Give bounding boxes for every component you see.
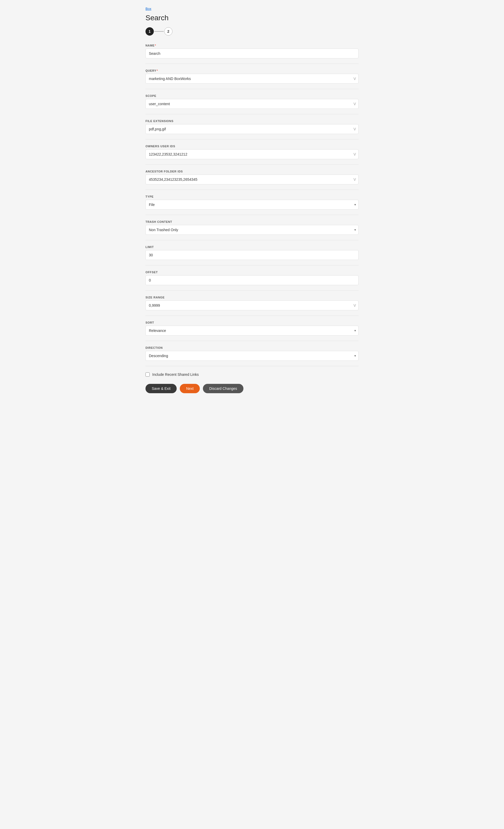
size-range-section: SIZE RANGE V [145,296,359,310]
include-recent-shared-links-checkbox[interactable] [145,372,150,376]
query-input-wrapper: V [145,74,359,84]
owners-user-ids-section: OWNERS USER IDS V [145,145,359,159]
ancestor-folder-ids-label: ANCESTOR FOLDER IDS [145,170,359,173]
type-select[interactable]: File Folder Web Link [145,200,359,210]
size-range-input[interactable] [145,300,359,310]
divider-10 [145,290,359,291]
divider-8 [145,240,359,240]
limit-input-wrapper [145,250,359,260]
query-section: QUERY* V [145,69,359,84]
page-container: Box Search 1 2 NAME* QUERY* V SCOPE V [140,0,364,409]
scope-input-wrapper: V [145,99,359,109]
owners-user-ids-input-wrapper: V [145,149,359,159]
next-button[interactable]: Next [180,384,200,393]
ancestor-folder-ids-input[interactable] [145,175,359,184]
steps-indicator: 1 2 [145,27,359,36]
file-extensions-input-wrapper: V [145,124,359,134]
direction-select[interactable]: Descending Ascending [145,351,359,361]
name-label: NAME* [145,44,359,47]
divider-11 [145,316,359,316]
size-range-label: SIZE RANGE [145,296,359,299]
ancestor-folder-ids-section: ANCESTOR FOLDER IDS V [145,170,359,184]
trash-content-section: TRASH CONTENT Non Trashed Only Trashed O… [145,220,359,235]
steps-line [154,31,164,32]
discard-changes-button[interactable]: Discard Changes [203,384,243,393]
owners-user-ids-label: OWNERS USER IDS [145,145,359,148]
divider-2 [145,89,359,89]
trash-content-label: TRASH CONTENT [145,220,359,223]
limit-section: LIMIT [145,245,359,260]
direction-section: DIRECTION Descending Ascending ▾ [145,346,359,361]
query-input[interactable] [145,74,359,84]
ancestor-folder-ids-input-wrapper: V [145,175,359,184]
divider-3 [145,114,359,114]
sort-select-wrapper: Relevance Modified At Created At ▾ [145,326,359,335]
name-section: NAME* [145,44,359,59]
offset-label: OFFSET [145,271,359,274]
file-extensions-input[interactable] [145,124,359,134]
include-recent-shared-links-label[interactable]: Include Recent Shared Links [152,372,199,376]
direction-select-wrapper: Descending Ascending ▾ [145,351,359,361]
file-extensions-label: FILE EXTENSIONS [145,119,359,122]
type-label: TYPE [145,195,359,198]
scope-section: SCOPE V [145,94,359,109]
divider-4 [145,139,359,140]
trash-content-select-wrapper: Non Trashed Only Trashed Only All Items … [145,225,359,235]
query-label: QUERY* [145,69,359,72]
size-range-input-wrapper: V [145,300,359,310]
sort-label: SORT [145,321,359,324]
divider-1 [145,64,359,64]
owners-user-ids-input[interactable] [145,149,359,159]
trash-content-select[interactable]: Non Trashed Only Trashed Only All Items [145,225,359,235]
scope-label: SCOPE [145,94,359,97]
offset-section: OFFSET [145,271,359,285]
scope-input[interactable] [145,99,359,109]
direction-label: DIRECTION [145,346,359,349]
file-extensions-section: FILE EXTENSIONS V [145,119,359,134]
offset-input-wrapper [145,275,359,285]
sort-section: SORT Relevance Modified At Created At ▾ [145,321,359,335]
step-1-circle[interactable]: 1 [145,27,154,36]
checkbox-row: Include Recent Shared Links [145,372,359,376]
button-row: Save & Exit Next Discard Changes [145,384,359,393]
limit-label: LIMIT [145,245,359,249]
divider-7 [145,215,359,215]
page-title: Search [145,14,359,22]
divider-12 [145,341,359,341]
name-input-wrapper [145,48,359,59]
offset-input[interactable] [145,275,359,285]
limit-input[interactable] [145,250,359,260]
step-2-circle[interactable]: 2 [164,27,173,36]
sort-select[interactable]: Relevance Modified At Created At [145,326,359,335]
divider-9 [145,265,359,265]
breadcrumb-link[interactable]: Box [145,7,151,11]
type-section: TYPE File Folder Web Link ▾ [145,195,359,210]
save-exit-button[interactable]: Save & Exit [145,384,177,393]
type-select-wrapper: File Folder Web Link ▾ [145,200,359,210]
name-input[interactable] [145,48,359,59]
